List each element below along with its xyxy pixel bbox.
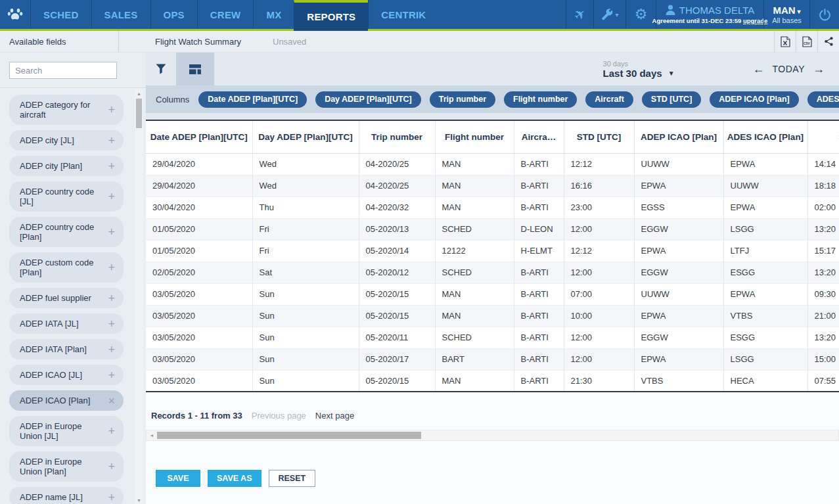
tab-ops[interactable]: OPS [150,0,197,31]
column-header[interactable]: Flight number [435,120,514,153]
column-header[interactable]: Date ADEP [Plan][UTC] [146,120,252,153]
field-pill[interactable]: ADEP IATA [JL]+ [9,313,124,334]
settings-button[interactable]: ⚙ [625,0,656,31]
add-field-icon[interactable]: + [108,294,115,303]
add-field-icon[interactable]: + [108,345,115,354]
table-cell: EGGW [634,218,723,240]
table-row[interactable]: 01/05/2020Fri05-2020/1412122H-ELMT12:12E… [146,240,839,262]
add-field-icon[interactable]: + [108,462,115,471]
column-chip[interactable]: Day ADEP [Plan][UTC] [315,91,421,108]
add-field-icon[interactable]: + [108,263,115,272]
table-row[interactable]: 30/04/2020Thu04-2020/32MANB-ARTI23:00EGS… [146,196,839,218]
column-chip[interactable]: Flight number [504,91,577,108]
column-chip[interactable]: Date ADEP [Plan][UTC] [198,91,307,108]
tools-menu-button[interactable]: ▾ [593,0,625,31]
column-header[interactable]: Aircra… [514,120,564,153]
add-field-icon[interactable]: + [108,371,115,380]
horizontal-scroll-thumb[interactable] [157,432,421,439]
sidebar-scroll-thumb[interactable] [136,99,142,128]
next-period-arrow[interactable]: → [813,62,825,76]
filter-button[interactable] [146,53,176,85]
scroll-down-icon[interactable]: ▼ [137,496,141,504]
column-header[interactable]: ADEP ICAO [Plan] [634,120,723,153]
scroll-up-icon[interactable]: ▲ [137,89,141,97]
period-preset: 30 days [603,60,675,68]
previous-page-link[interactable]: Previous page [252,411,306,421]
column-chip[interactable]: Trip number [430,91,495,108]
ops-plane-button[interactable]: ✈ [566,0,593,31]
export-excel-button[interactable] [774,31,796,52]
table-cell: LSGG [723,348,807,370]
tab-centrik[interactable]: CENTRIK [368,0,438,31]
field-pill[interactable]: ADEP in Europe Union [Plan]+ [9,451,124,482]
tab-crew[interactable]: CREW [197,0,254,31]
export-csv-button[interactable]: CSV [796,31,817,52]
table-row[interactable]: 03/05/2020Sun05-2020/15MANB-ARTI07:00UUW… [146,283,839,305]
save-button[interactable]: SAVE [156,470,200,487]
table-row[interactable]: 29/04/2020Wed04-2020/25MANB-ARTI16:16EPW… [146,175,839,196]
field-pill[interactable]: ADEP name [JL]+ [9,487,124,504]
logout-button[interactable] [809,0,839,31]
tab-reports[interactable]: REPORTS [294,0,368,31]
app-logo[interactable] [0,0,30,31]
available-fields-list: ADEP category for aircraft+ADEP city [JL… [9,95,146,504]
column-chip[interactable]: ADES ICAO [Plan] [807,91,839,108]
field-pill[interactable]: ADEP category for aircraft+ [9,95,124,125]
table-row[interactable]: 03/05/2020Sun05-2020/15MANB-ARTI21:30VTB… [146,370,839,392]
column-header[interactable]: Trip number [359,120,435,153]
add-field-icon[interactable]: + [108,227,115,237]
column-header[interactable]: STA [807,120,839,153]
column-chip[interactable]: Aircraft [585,91,633,108]
columns-view-button[interactable] [176,53,214,85]
field-pill[interactable]: ADEP city [JL]+ [9,130,124,150]
table-row[interactable]: 01/05/2020Fri05-2020/13SCHEDD-LEON12:00E… [146,218,839,240]
table-row[interactable]: 29/04/2020Wed04-2020/25MANB-ARTI12:12UUW… [146,153,839,175]
share-button[interactable] [817,31,839,52]
add-field-icon[interactable]: + [108,192,115,201]
field-pill[interactable]: ADEP ICAO [JL]+ [9,365,124,385]
add-field-icon[interactable]: + [108,319,115,329]
table-cell: 02/05/2020 [146,262,252,283]
available-fields-panel: ADEP category for aircraft+ADEP city [JL… [0,53,146,504]
column-chip[interactable]: ADEP ICAO [Plan] [710,91,798,108]
add-field-icon[interactable]: + [108,105,115,114]
table-row[interactable]: 02/05/2020Sat05-2020/12SCHEDB-ARTI12:00E… [146,262,839,283]
reset-button[interactable]: RESET [269,470,316,487]
add-field-icon[interactable]: + [108,493,115,502]
field-pill[interactable]: ADEP country code [JL]+ [9,181,124,212]
field-pill[interactable]: ADEP IATA [Plan]+ [9,339,124,359]
sidebar-scrollbar[interactable]: ▲ ▼ [135,89,143,504]
field-pill[interactable]: ADEP fuel supplier+ [9,288,124,308]
tab-sched[interactable]: SCHED [30,0,91,31]
remove-field-icon[interactable]: × [108,396,115,405]
table-row[interactable]: 03/05/2020Sun05-2020/11SCHEDB-ARTI12:00E… [146,327,839,348]
add-field-icon[interactable]: + [108,426,115,436]
column-header[interactable]: ADES ICAO [Plan] [723,120,807,153]
add-field-icon[interactable]: + [108,162,115,171]
table-row[interactable]: 03/05/2020Sun05-2020/17BARTB-ARTI12:00EP… [146,348,839,370]
field-pill[interactable]: ADEP country code [Plan]+ [9,217,124,247]
field-pill[interactable]: ADEP ICAO [Plan]× [9,390,124,411]
column-chip[interactable]: STD [UTC] [642,91,702,108]
today-button[interactable]: TODAY [773,64,805,74]
period-selector[interactable]: 30 days Last 30 days▼ [603,53,675,85]
search-input[interactable] [9,62,117,79]
horizontal-scrollbar[interactable]: ◄ [146,430,839,441]
table-cell: SCHED [435,327,514,348]
add-field-icon[interactable]: + [108,136,115,145]
tab-sales[interactable]: SALES [91,0,150,31]
save-as-button[interactable]: SAVE AS [208,470,261,487]
column-header[interactable]: STD [UTC] [564,120,634,153]
next-page-link[interactable]: Next page [315,411,354,421]
base-selector[interactable]: MAN▾ All bases [763,0,809,31]
scroll-left-icon[interactable]: ◄ [147,433,157,438]
field-pill[interactable]: ADEP in Europe Union [JL]+ [9,416,124,446]
table-cell: EGGW [634,262,723,283]
tab-mx[interactable]: MX [253,0,294,31]
column-header[interactable]: Day ADEP [Plan][UTC] [252,120,359,153]
previous-period-arrow[interactable]: ← [753,62,765,76]
field-pill[interactable]: ADEP city [Plan]+ [9,156,124,176]
user-menu[interactable]: THOMAS DELTA Agreement until 31-DEC 23:5… [656,0,763,31]
table-row[interactable]: 03/05/2020Sun05-2020/15MANB-ARTI10:00EPW… [146,305,839,327]
field-pill[interactable]: ADEP custom code [Plan]+ [9,252,124,283]
